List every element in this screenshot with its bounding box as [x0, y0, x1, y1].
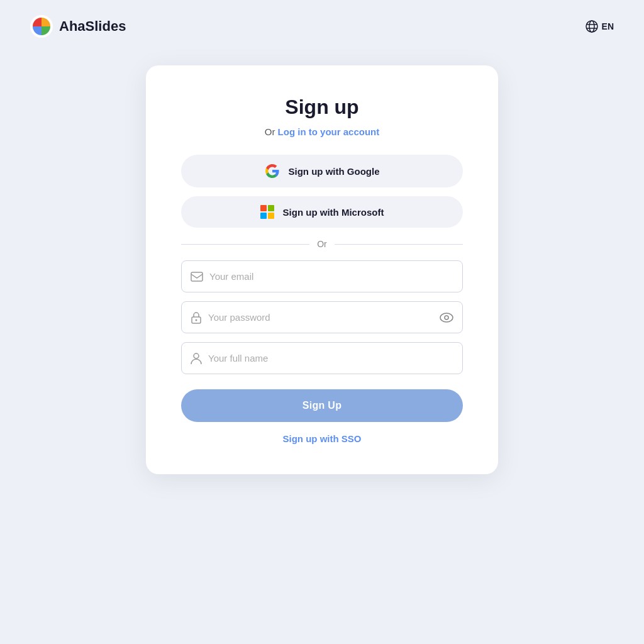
signup-card: Sign up Or Log in to your account Sign u…	[146, 65, 498, 474]
email-field[interactable]	[209, 261, 453, 292]
svg-point-7	[196, 319, 197, 321]
password-input-group	[181, 301, 463, 333]
svg-point-1	[586, 21, 597, 32]
google-signup-button[interactable]: Sign up with Google	[181, 155, 463, 187]
globe-icon	[586, 20, 598, 33]
svg-rect-5	[191, 272, 203, 281]
logo-text: AhaSlides	[59, 18, 126, 35]
divider-text: Or	[317, 239, 327, 249]
email-input-group	[181, 260, 463, 292]
person-icon	[191, 352, 202, 365]
language-selector[interactable]: EN	[586, 20, 614, 33]
divider-line-right	[335, 244, 463, 245]
lang-label: EN	[602, 21, 614, 31]
lock-icon	[191, 311, 202, 324]
password-field[interactable]	[208, 302, 440, 333]
fullname-field[interactable]	[208, 343, 453, 374]
svg-point-9	[445, 316, 448, 319]
microsoft-button-label: Sign up with Microsoft	[283, 207, 384, 218]
page-title: Sign up	[181, 96, 463, 119]
google-button-label: Sign up with Google	[289, 166, 380, 177]
signup-button-label: Sign Up	[303, 400, 342, 411]
svg-point-2	[589, 21, 594, 32]
show-password-icon[interactable]	[440, 313, 453, 323]
divider-line-left	[181, 244, 309, 245]
login-link[interactable]: Log in to your account	[278, 126, 380, 137]
microsoft-icon	[260, 205, 274, 219]
top-bar: AhaSlides EN	[0, 0, 644, 53]
fullname-input-group	[181, 342, 463, 374]
subtitle: Or Log in to your account	[181, 126, 463, 137]
logo-area: AhaSlides	[30, 15, 126, 38]
subtitle-text: Or	[265, 126, 278, 137]
divider: Or	[181, 239, 463, 249]
google-icon	[265, 164, 280, 179]
svg-point-8	[440, 313, 453, 322]
microsoft-signup-button[interactable]: Sign up with Microsoft	[181, 196, 463, 228]
ahaslides-logo-icon	[30, 15, 53, 38]
email-icon	[191, 272, 203, 282]
sso-link[interactable]: Sign up with SSO	[181, 433, 463, 444]
signup-button[interactable]: Sign Up	[181, 389, 463, 422]
svg-point-10	[194, 353, 199, 358]
